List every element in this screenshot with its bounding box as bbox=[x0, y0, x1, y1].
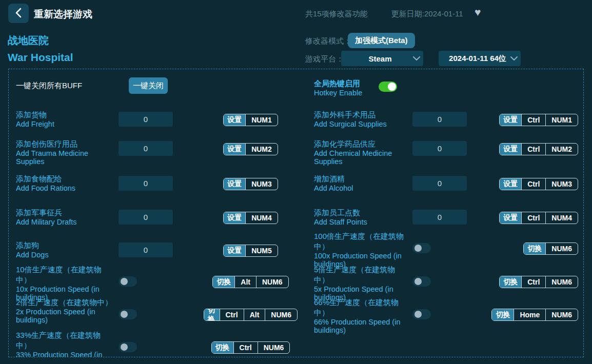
hotkey-key: Ctrl bbox=[521, 114, 545, 126]
modifier-hotkey-area: 设置NUM1 bbox=[175, 110, 298, 139]
toggle-switch[interactable] bbox=[412, 276, 431, 287]
modifier-label: 添加化学药品供应 Add Chemical Medicine Supplies bbox=[314, 139, 407, 174]
hotkey-key: NUM4 bbox=[245, 212, 278, 224]
modifier-name-en: Add Freight bbox=[16, 120, 113, 128]
modifier-row: 100倍生产速度（在建筑物中） 100x Production Speed (i… bbox=[314, 231, 578, 265]
hotkey-key: NUM6 bbox=[265, 309, 297, 320]
hotkey-button[interactable]: 设置CtrlNUM2 bbox=[499, 143, 578, 155]
modifier-row: 添加军事征兵 Add Military Drafts 设置NUM4 bbox=[16, 208, 298, 240]
modifier-name-zh: 添加食物配给 bbox=[16, 174, 113, 184]
modifier-label: 66%生产速度（在建筑物中） 66% Production Speed (in … bbox=[314, 297, 407, 339]
hotkey-key: Ctrl bbox=[220, 309, 244, 320]
modifier-control bbox=[119, 110, 175, 139]
modifier-label: 添加军事征兵 Add Military Drafts bbox=[16, 208, 113, 240]
modifier-control bbox=[119, 297, 175, 330]
modifier-control bbox=[412, 231, 469, 265]
modifier-label: 添加外科手术用品 Add Surgical Supplies bbox=[314, 110, 407, 139]
hotkey-button[interactable]: 设置CtrlNUM3 bbox=[499, 178, 578, 190]
hotkey-button[interactable]: 设置CtrlNUM1 bbox=[499, 114, 578, 126]
modifier-row: 添加食物配给 Add Food Rations 设置NUM3 bbox=[16, 174, 298, 208]
hotkey-button[interactable]: 设置NUM5 bbox=[223, 245, 278, 257]
toggle-knob bbox=[121, 343, 128, 351]
modifier-hotkey-area: 设置CtrlNUM3 bbox=[469, 174, 578, 208]
value-input[interactable] bbox=[412, 112, 467, 127]
modifier-name-en: Add Military Drafts bbox=[16, 218, 113, 226]
modifier-label: 增加酒精 Add Alcohol bbox=[314, 174, 407, 208]
toggle-switch[interactable] bbox=[412, 309, 431, 319]
hotkey-button[interactable]: 设置NUM2 bbox=[223, 143, 278, 155]
platform-dropdown[interactable]: Steam bbox=[341, 51, 423, 66]
modifier-row: 添加创伤医疗用品 Add Trauma Medicine Supplies 设置… bbox=[16, 139, 298, 174]
hotkey-button[interactable]: 切换CtrlNUM6 bbox=[211, 341, 290, 354]
version-dropdown[interactable]: 2024-01-11 64位 bbox=[439, 51, 521, 66]
toggle-switch[interactable] bbox=[119, 276, 137, 287]
modifier-row: 一键关闭所有BUFF 一键关闭 bbox=[16, 77, 298, 110]
toggle-knob bbox=[415, 311, 422, 318]
hotkey-key: NUM5 bbox=[245, 245, 278, 256]
modifier-row: 增加酒精 Add Alcohol 设置CtrlNUM3 bbox=[314, 174, 578, 208]
toggle-switch[interactable] bbox=[119, 309, 137, 319]
value-input[interactable] bbox=[119, 112, 173, 127]
modifier-name-zh: 添加狗 bbox=[16, 240, 113, 251]
modifier-control bbox=[119, 174, 175, 208]
value-input[interactable] bbox=[412, 176, 467, 191]
modifier-hotkey-area: 切换CtrlNUM6 bbox=[175, 330, 298, 357]
modifier-label: 100倍生产速度（在建筑物中） 100x Production Speed (i… bbox=[314, 231, 407, 265]
hotkey-button[interactable]: 设置NUM4 bbox=[223, 212, 278, 224]
chevron-left-icon bbox=[15, 8, 22, 19]
hotkey-key: Ctrl bbox=[521, 212, 545, 224]
modifier-label: 33%生产速度（在建筑物中） 33% Production Speed (in … bbox=[16, 330, 113, 357]
value-input[interactable] bbox=[119, 141, 173, 156]
value-input[interactable] bbox=[119, 242, 173, 257]
back-button[interactable] bbox=[8, 4, 29, 23]
hotkey-button[interactable]: 切换HomeNUM6 bbox=[491, 309, 578, 321]
toggle-switch[interactable] bbox=[379, 82, 397, 92]
hotkey-button[interactable]: 设置NUM1 bbox=[223, 114, 278, 126]
modifier-label: 10倍生产速度（在建筑物中） 10x Production Speed (in … bbox=[16, 265, 113, 297]
hotkey-button[interactable]: 切换AltNUM6 bbox=[212, 276, 288, 288]
modifier-control bbox=[412, 77, 469, 110]
modifier-name-zh: 添加军事征兵 bbox=[16, 208, 113, 218]
modifier-panel: 一键关闭所有BUFF 一键关闭 添加货物 Add Freight 设置NUM1 … bbox=[8, 69, 584, 357]
hotkey-button[interactable]: 切换CtrlAltNUM6 bbox=[204, 309, 298, 321]
modifier-hotkey-area: 设置CtrlNUM1 bbox=[469, 110, 578, 139]
modifier-hotkey-area bbox=[469, 77, 578, 110]
modifier-hotkey-area: 切换HomeNUM6 bbox=[469, 297, 578, 339]
hotkey-key: NUM6 bbox=[545, 309, 578, 320]
modifier-control bbox=[412, 297, 469, 339]
hotkey-button[interactable]: 切换NUM6 bbox=[523, 242, 578, 255]
hotkey-key: Alt bbox=[244, 309, 265, 320]
modifier-label: 5倍生产速度（在建筑物中） 5x Production Speed (in bu… bbox=[314, 265, 407, 297]
toggle-switch[interactable] bbox=[412, 243, 431, 253]
modifier-name-en: Add Food Rations bbox=[16, 184, 113, 192]
hotkey-button[interactable]: 设置NUM3 bbox=[223, 178, 278, 190]
hotkey-key: NUM6 bbox=[258, 342, 290, 353]
modifier-name-en: Add Staff Points bbox=[314, 218, 407, 226]
mode-label: 修改器模式： bbox=[305, 36, 351, 46]
value-input[interactable] bbox=[412, 141, 467, 156]
hotkey-key: NUM2 bbox=[245, 144, 278, 155]
modifier-column-right: 全局热键启用 Hotkey Enable 添加外科手术用品 Add Surgic… bbox=[298, 77, 583, 357]
hotkey-key: NUM6 bbox=[545, 243, 578, 254]
modifier-control bbox=[412, 110, 469, 139]
hotkey-button[interactable]: 设置CtrlNUM4 bbox=[499, 212, 578, 224]
close-all-buff-button[interactable]: 一键关闭 bbox=[129, 77, 168, 94]
value-input[interactable] bbox=[412, 210, 467, 225]
hotkey-action-label: 切换 bbox=[492, 309, 514, 320]
modifier-name-en: 66% Production Speed (in buildings) bbox=[314, 318, 407, 334]
hotkey-button[interactable]: 切换CtrlNUM6 bbox=[499, 276, 578, 288]
favorite-heart-icon[interactable]: ♥ bbox=[475, 6, 481, 18]
modifier-name-en: Add Dogs bbox=[16, 251, 113, 259]
hotkey-key: NUM1 bbox=[245, 114, 278, 126]
modifier-control bbox=[119, 240, 175, 265]
toggle-knob bbox=[388, 83, 396, 91]
modifier-name-zh: 100倍生产速度（在建筑物中） bbox=[314, 231, 407, 252]
value-input[interactable] bbox=[119, 176, 173, 191]
toggle-switch[interactable] bbox=[119, 342, 137, 352]
hotkey-key: NUM2 bbox=[545, 144, 578, 155]
mode-button[interactable]: 加强模式(Beta) bbox=[348, 33, 415, 48]
hotkey-key: Ctrl bbox=[521, 144, 545, 155]
modifier-control bbox=[119, 330, 175, 357]
modifier-name-en: 2x Production Speed (in buildings) bbox=[16, 308, 113, 324]
value-input[interactable] bbox=[119, 210, 173, 225]
